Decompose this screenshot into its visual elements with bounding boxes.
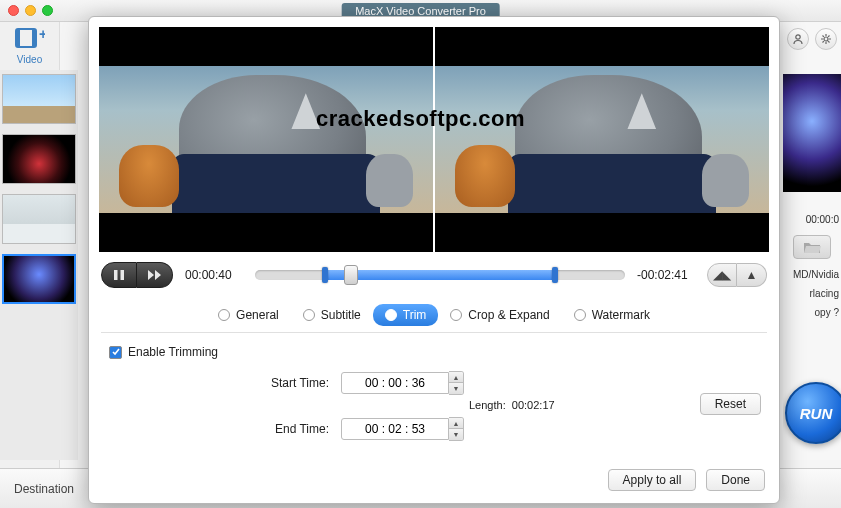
step-down-icon[interactable]: ▼: [449, 429, 463, 440]
flip-horizontal-icon[interactable]: ◢◣: [707, 263, 737, 287]
trim-end-handle[interactable]: [552, 267, 558, 283]
end-time-input[interactable]: [341, 418, 449, 440]
edit-modal: 00:00:40 -00:02:41 ◢◣ ▲ General Subtitle…: [88, 16, 780, 504]
modal-footer: Apply to all Done: [89, 459, 779, 503]
step-up-icon[interactable]: ▲: [449, 372, 463, 383]
preview-left: [99, 27, 433, 252]
fast-forward-button[interactable]: [137, 262, 173, 288]
tab-label: Watermark: [592, 308, 650, 322]
svg-rect-6: [114, 270, 118, 280]
svg-point-5: [824, 37, 828, 41]
step-down-icon[interactable]: ▼: [449, 383, 463, 394]
add-video-label: Video: [0, 54, 59, 65]
preview-thumbnail: [783, 74, 841, 192]
end-time-label: End Time:: [249, 422, 329, 436]
add-video-icon[interactable]: +: [15, 26, 45, 52]
thumbnail-item[interactable]: [2, 134, 76, 184]
enable-trimming-label: Enable Trimming: [128, 345, 218, 359]
account-icon[interactable]: [787, 28, 809, 50]
thumbnail-item[interactable]: [2, 74, 76, 124]
step-up-icon[interactable]: ▲: [449, 418, 463, 429]
safecopy-label: opy ?: [783, 303, 841, 322]
length-value: 00:02:17: [512, 399, 555, 411]
tab-subtitle[interactable]: Subtitle: [291, 304, 373, 326]
tab-trim[interactable]: Trim: [373, 304, 439, 326]
trim-form: Enable Trimming Start Time: ▲▼ Length: 0…: [101, 332, 767, 459]
playback-controls: 00:00:40 -00:02:41 ◢◣ ▲: [89, 258, 779, 298]
start-time-input[interactable]: [341, 372, 449, 394]
start-time-label: Start Time:: [249, 376, 329, 390]
svg-point-4: [796, 35, 800, 39]
current-time: 00:00:40: [185, 268, 243, 282]
destination-label: Destination: [14, 482, 74, 496]
tab-label: Subtitle: [321, 308, 361, 322]
settings-icon[interactable]: [815, 28, 837, 50]
preview-timecode: 00:00:0: [783, 210, 841, 229]
maximize-button[interactable]: [42, 5, 53, 16]
preview-split: [89, 17, 779, 258]
tab-label: Crop & Expand: [468, 308, 549, 322]
svg-rect-1: [16, 29, 20, 47]
enable-trimming-checkbox[interactable]: [109, 346, 122, 359]
tab-label: Trim: [403, 308, 427, 322]
thumbnail-item[interactable]: [2, 194, 76, 244]
trim-start-handle[interactable]: [322, 267, 328, 283]
thumbnail-list: [0, 70, 78, 460]
edit-tabs: General Subtitle Trim Crop & Expand Wate…: [89, 298, 779, 328]
preview-right: [435, 27, 769, 252]
svg-rect-7: [121, 270, 125, 280]
tab-general[interactable]: General: [206, 304, 291, 326]
hw-accel-label: MD/Nvidia: [783, 265, 841, 284]
tab-watermark[interactable]: Watermark: [562, 304, 662, 326]
website-watermark: crackedsoftpc.com: [316, 106, 525, 132]
playhead[interactable]: [344, 265, 358, 285]
apply-to-all-button[interactable]: Apply to all: [608, 469, 697, 491]
close-button[interactable]: [8, 5, 19, 16]
minimize-button[interactable]: [25, 5, 36, 16]
pause-button[interactable]: [101, 262, 137, 288]
browse-folder-icon[interactable]: [793, 235, 831, 259]
svg-rect-2: [32, 29, 36, 47]
reset-button[interactable]: Reset: [700, 393, 761, 415]
flip-vertical-icon[interactable]: ▲: [737, 263, 767, 287]
traffic-lights: [8, 5, 53, 16]
deinterlacing-label: rlacing: [783, 284, 841, 303]
tab-label: General: [236, 308, 279, 322]
tab-crop-expand[interactable]: Crop & Expand: [438, 304, 561, 326]
right-panel: 00:00:0 MD/Nvidia rlacing opy ? RUN: [783, 22, 841, 460]
end-time-stepper[interactable]: ▲▼: [449, 417, 464, 441]
length-label: Length:: [469, 399, 506, 411]
trim-scrubber[interactable]: [255, 262, 625, 288]
svg-text:+: +: [39, 26, 45, 42]
start-time-stepper[interactable]: ▲▼: [449, 371, 464, 395]
done-button[interactable]: Done: [706, 469, 765, 491]
run-button[interactable]: RUN: [785, 382, 841, 444]
thumbnail-item-selected[interactable]: [2, 254, 76, 304]
remaining-time: -00:02:41: [637, 268, 695, 282]
